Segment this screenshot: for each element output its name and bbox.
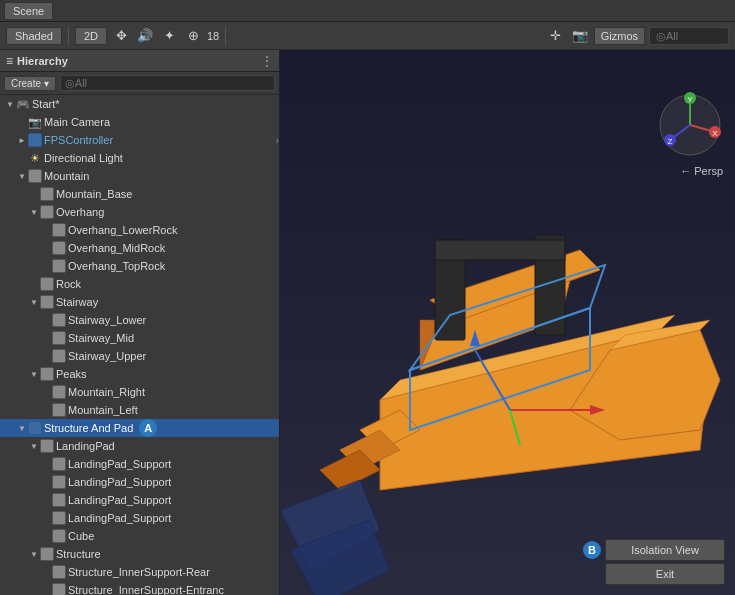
ot-icon <box>52 259 66 273</box>
overhang-label: Overhang <box>56 206 104 218</box>
badge-a: A <box>139 419 157 437</box>
tree-item-mountain[interactable]: Mountain <box>0 167 279 185</box>
shaded-button[interactable]: Shaded <box>6 27 62 45</box>
persp-label: ← Persp <box>680 165 723 177</box>
transform-icon[interactable]: ✛ <box>546 26 566 46</box>
tree-item-landing-support2[interactable]: LandingPad_Support <box>0 473 279 491</box>
viewport[interactable]: Y X Z ← Persp B Isolation View Exit <box>280 50 735 595</box>
su-icon <box>52 349 66 363</box>
isolation-view-button[interactable]: Isolation View <box>605 539 725 561</box>
tree-item-inner-entrance[interactable]: Structure_InnerSupport-Entranc <box>0 581 279 595</box>
ls4-icon <box>52 511 66 525</box>
tree-item-stairway-upper[interactable]: Stairway_Upper <box>0 347 279 365</box>
isolation-exit-button[interactable]: Exit <box>605 563 725 585</box>
mr-icon <box>52 385 66 399</box>
ls1-icon <box>52 457 66 471</box>
ls3-arrow <box>40 494 52 506</box>
ls2-icon <box>52 475 66 489</box>
toolbar: Shaded 2D ✥ 🔊 ✦ ⊕ 18 ✛ 📷 Gizmos <box>0 22 735 50</box>
sl-icon <box>52 313 66 327</box>
om-label: Overhang_MidRock <box>68 242 165 254</box>
tree-item-landing-support1[interactable]: LandingPad_Support <box>0 455 279 473</box>
mbase-icon <box>40 187 54 201</box>
lp-label: LandingPad <box>56 440 115 452</box>
tree-item-mountain-right[interactable]: Mountain_Right <box>0 383 279 401</box>
tree-item-overhang[interactable]: Overhang <box>0 203 279 221</box>
camera-label: Main Camera <box>44 116 110 128</box>
su-label: Stairway_Upper <box>68 350 146 362</box>
ir-arrow <box>40 566 52 578</box>
tree-root[interactable]: 🎮 Start* <box>0 95 279 113</box>
rock-icon <box>40 277 54 291</box>
stairway-icon <box>40 295 54 309</box>
tree-item-structure[interactable]: Structure <box>0 545 279 563</box>
tree-item-overhang-mid[interactable]: Overhang_MidRock <box>0 239 279 257</box>
move-icon[interactable]: ✥ <box>111 26 131 46</box>
2d-button[interactable]: 2D <box>75 27 107 45</box>
tree-view[interactable]: 🎮 Start* 📷 Main Camera FPSController › <box>0 95 279 595</box>
sap-icon <box>28 421 42 435</box>
create-button[interactable]: Create ▾ <box>4 76 56 91</box>
ls1-arrow <box>40 458 52 470</box>
tree-item-rock[interactable]: Rock <box>0 275 279 293</box>
light-arrow <box>16 152 28 164</box>
fps-label: FPSController <box>44 134 113 146</box>
mountain-icon <box>28 169 42 183</box>
tree-item-peaks[interactable]: Peaks <box>0 365 279 383</box>
root-arrow <box>4 98 16 110</box>
isolation-overlay: Isolation View Exit <box>605 539 725 585</box>
ls1-label: LandingPad_Support <box>68 458 171 470</box>
mr-label: Mountain_Right <box>68 386 145 398</box>
ot-label: Overhang_TopRock <box>68 260 165 272</box>
svg-text:X: X <box>712 129 718 138</box>
ls2-arrow <box>40 476 52 488</box>
ot-arrow <box>40 260 52 272</box>
ir-label: Structure_InnerSupport-Rear <box>68 566 210 578</box>
tree-item-landing-support4[interactable]: LandingPad_Support <box>0 509 279 527</box>
viewport-search[interactable] <box>649 27 729 45</box>
main-area: ≡ Hierarchy ⋮ Create ▾ 🎮 Start* 📷 Main C… <box>0 50 735 595</box>
tree-item-overhang-top[interactable]: Overhang_TopRock <box>0 257 279 275</box>
camera-icon[interactable]: 📷 <box>570 26 590 46</box>
tree-item-main-camera[interactable]: 📷 Main Camera <box>0 113 279 131</box>
ls4-label: LandingPad_Support <box>68 512 171 524</box>
header-icon-list[interactable]: ⋮ <box>261 54 273 68</box>
mbase-arrow <box>28 188 40 200</box>
tree-item-stairway-lower[interactable]: Stairway_Lower <box>0 311 279 329</box>
scene-icon[interactable]: ⊕ <box>183 26 203 46</box>
ie-icon <box>52 583 66 595</box>
scene-tab-label: Scene <box>13 5 44 17</box>
svg-text:Y: Y <box>687 95 693 104</box>
svg-text:Z: Z <box>668 137 673 146</box>
ol-arrow <box>40 224 52 236</box>
stairway-arrow <box>28 296 40 308</box>
root-label: Start* <box>32 98 60 110</box>
tree-item-inner-rear[interactable]: Structure_InnerSupport-Rear <box>0 563 279 581</box>
cube-icon <box>52 529 66 543</box>
tree-item-structure-and-pad[interactable]: Structure And Pad A <box>0 419 279 437</box>
tree-item-mountain-left[interactable]: Mountain_Left <box>0 401 279 419</box>
gizmos-button[interactable]: Gizmos <box>594 27 645 45</box>
stairway-label: Stairway <box>56 296 98 308</box>
tree-item-dir-light[interactable]: ☀ Directional Light <box>0 149 279 167</box>
tree-item-cube[interactable]: Cube <box>0 527 279 545</box>
effects-icon[interactable]: ✦ <box>159 26 179 46</box>
audio-icon[interactable]: 🔊 <box>135 26 155 46</box>
tree-item-mountain-base[interactable]: Mountain_Base <box>0 185 279 203</box>
tree-item-fps[interactable]: FPSController › <box>0 131 279 149</box>
scene-tab[interactable]: Scene <box>4 2 53 19</box>
tree-item-overhang-lower[interactable]: Overhang_LowerRock <box>0 221 279 239</box>
gizmo-widget: Y X Z <box>655 90 725 160</box>
tree-item-stairway-mid[interactable]: Stairway_Mid <box>0 329 279 347</box>
light-icon: ☀ <box>28 151 42 165</box>
peaks-arrow <box>28 368 40 380</box>
struct-label: Structure <box>56 548 101 560</box>
ls3-icon <box>52 493 66 507</box>
tree-item-landing-support3[interactable]: LandingPad_Support <box>0 491 279 509</box>
tree-item-stairway[interactable]: Stairway <box>0 293 279 311</box>
sl-label: Stairway_Lower <box>68 314 146 326</box>
tree-item-landing-pad[interactable]: LandingPad <box>0 437 279 455</box>
light-label: Directional Light <box>44 152 123 164</box>
sap-arrow <box>16 422 28 434</box>
hierarchy-search-input[interactable] <box>60 75 275 91</box>
